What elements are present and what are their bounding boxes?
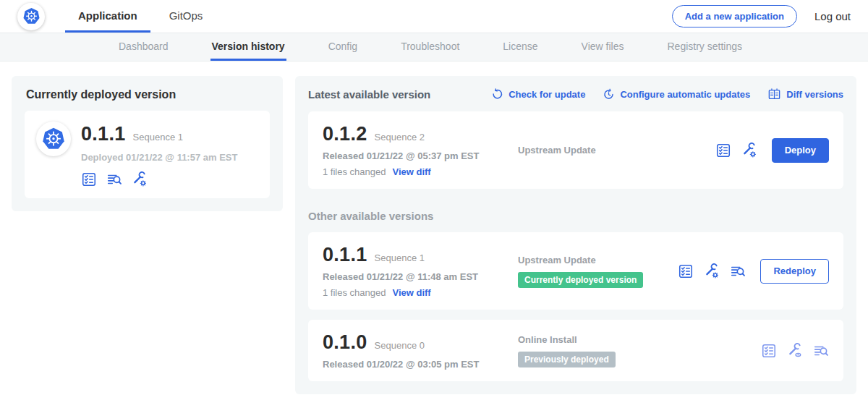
topnav-right: Add a new application Log out [672,0,851,33]
currently-deployed-badge: Currently deployed version [518,272,643,288]
deploy-logs-icon[interactable] [106,171,122,187]
subnav-tab-registry-settings[interactable]: Registry settings [665,33,743,61]
deploy-logs-icon[interactable] [730,263,746,279]
currently-deployed-title: Currently deployed version [25,88,270,101]
top-nav: Application GitOps Add a new application… [0,0,868,33]
app-subnav: Dashboard Version history Config Trouble… [0,33,868,61]
update-history-icon [603,88,615,101]
version-info: 0.1.1 Sequence 1 Released 01/21/22 @ 11:… [323,244,503,298]
deployed-sequence-label: Sequence 1 [133,132,183,143]
kubernetes-logo-icon [17,3,45,30]
add-application-button[interactable]: Add a new application [672,5,797,27]
deployed-actions [81,171,237,187]
currently-deployed-panel: Currently deployed version 0.1.1 Sequenc… [12,76,283,211]
version-row-0-1-2: 0.1.2 Sequence 2 Released 01/21/22 @ 05:… [308,111,843,189]
main-content: Currently deployed version 0.1.1 Sequenc… [0,61,868,394]
preflight-checks-icon[interactable] [761,343,777,359]
preflight-checks-icon[interactable] [81,171,97,187]
edit-config-icon[interactable] [741,143,757,158]
subnav-tab-config[interactable]: Config [327,33,359,61]
deployed-version-number: 0.1.1 [81,123,126,145]
version-number: 0.1.0 [323,331,367,354]
subnav-tab-license[interactable]: License [501,33,539,61]
app-icon [36,122,71,156]
subnav-tab-view-files[interactable]: View files [580,33,626,61]
version-actions [761,343,829,359]
version-history-panel: Latest available version Check for updat… [295,76,856,394]
source-label: Upstream Update [518,255,596,265]
released-timestamp: Released 01/21/22 @ 11:48 am EST [323,271,503,282]
source-label: Online Install [518,334,577,345]
version-source: Upstream Update Currently deployed versi… [503,255,678,288]
topnav-tabs: Application GitOps [65,0,216,33]
subnav-tab-troubleshoot[interactable]: Troubleshoot [399,33,461,61]
tab-gitops[interactable]: GitOps [156,0,216,33]
files-changed-label: 1 files changed [323,166,386,177]
header-actions: Check for update Configure automatic upd… [491,88,843,101]
preflight-checks-icon[interactable] [715,143,731,158]
redeploy-button[interactable]: Redeploy [760,259,829,284]
preflight-checks-icon[interactable] [678,263,694,279]
version-actions: Deploy [715,138,829,163]
version-info: 0.1.2 Sequence 2 Released 01/21/22 @ 05:… [323,123,503,177]
previously-deployed-badge: Previously deployed [518,352,616,367]
diff-versions-label: Diff versions [786,89,843,100]
tab-application[interactable]: Application [65,0,150,33]
sequence-label: Sequence 1 [375,252,425,263]
files-changed-label: 1 files changed [323,287,386,298]
source-label: Upstream Update [518,145,596,156]
deployed-timestamp: Deployed 01/21/22 @ 11:57 am EST [81,152,237,163]
released-timestamp: Released 01/21/22 @ 05:37 pm EST [323,150,503,161]
check-for-update-label: Check for update [509,89,585,100]
logout-button[interactable]: Log out [814,10,851,22]
deployed-version-info: 0.1.1 Sequence 1 Deployed 01/21/22 @ 11:… [81,122,237,187]
version-number: 0.1.1 [323,244,367,266]
version-source: Online Install Previously deployed [503,334,761,367]
deploy-button[interactable]: Deploy [772,138,829,163]
edit-config-icon[interactable] [704,263,720,279]
view-diff-link[interactable]: View diff [392,287,430,298]
deployed-version-card: 0.1.1 Sequence 1 Deployed 01/21/22 @ 11:… [25,111,270,198]
version-row-0-1-0: 0.1.0 Sequence 0 Released 01/20/22 @ 03:… [308,320,843,381]
version-row-0-1-1: 0.1.1 Sequence 1 Released 01/21/22 @ 11:… [308,232,843,310]
configure-automatic-updates-label: Configure automatic updates [620,89,750,100]
refresh-icon [491,88,503,101]
deploy-logs-icon[interactable] [813,343,829,359]
check-for-update-link[interactable]: Check for update [491,88,585,101]
diff-versions-link[interactable]: Diff versions [767,88,843,101]
version-info: 0.1.0 Sequence 0 Released 01/20/22 @ 03:… [323,331,503,370]
latest-version-header: Latest available version Check for updat… [308,88,843,101]
diff-icon [767,88,781,101]
latest-version-title: Latest available version [308,88,430,101]
app-logo [17,0,45,33]
subnav-tab-version-history[interactable]: Version history [210,33,286,61]
view-diff-link[interactable]: View diff [392,166,430,177]
version-number: 0.1.2 [323,123,367,145]
other-versions-title: Other available versions [308,210,843,222]
subnav-tab-dashboard[interactable]: Dashboard [117,33,170,61]
released-timestamp: Released 01/20/22 @ 03:05 pm EST [323,359,503,370]
version-source: Upstream Update [503,145,715,156]
edit-config-icon[interactable] [132,171,148,187]
version-actions: Redeploy [678,259,829,284]
view-config-icon[interactable] [787,343,803,359]
sequence-label: Sequence 2 [375,132,425,143]
sequence-label: Sequence 0 [375,340,425,351]
configure-automatic-updates-link[interactable]: Configure automatic updates [603,88,750,101]
